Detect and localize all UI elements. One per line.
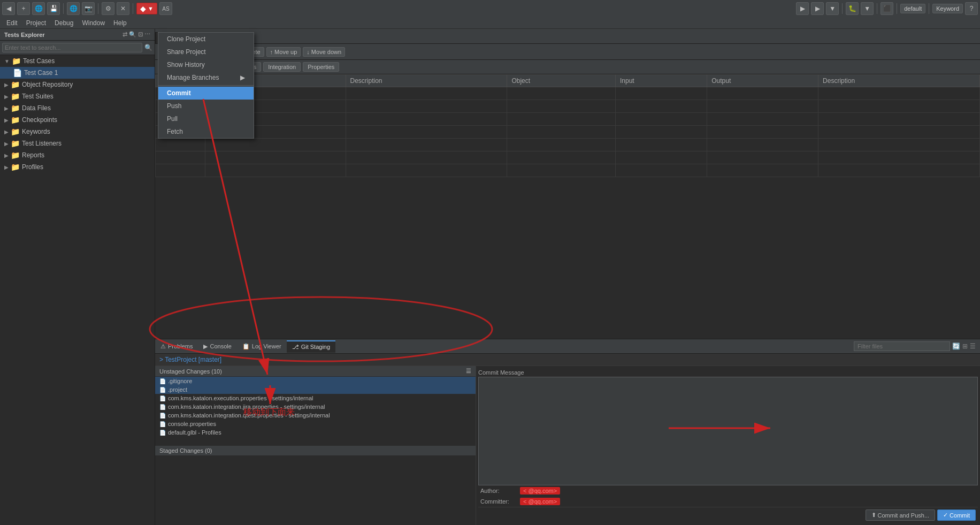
search-icon[interactable]: 🔍 (144, 44, 152, 51)
sidebar-more-icon[interactable]: ⋯ (144, 31, 150, 38)
menu-item-commit[interactable]: Commit (158, 87, 254, 100)
menu-edit[interactable]: Edit (2, 18, 22, 28)
filter-view-icon[interactable]: ☰ (970, 343, 976, 350)
menu-item-history[interactable]: Show History (158, 58, 254, 71)
git-file-console[interactable]: 📄 console.properties (155, 420, 476, 428)
sidebar-item-test-case-1[interactable]: 📄 Test Case 1 (0, 67, 155, 79)
toolbar-sep-6 (897, 3, 897, 14)
staged-label: Staged Changes (0) (159, 447, 212, 454)
menu-item-push[interactable]: Push (158, 100, 254, 112)
menu-item-branches[interactable]: Manage Branches ▶ (158, 71, 254, 84)
menu-item-share[interactable]: Share Project (158, 45, 254, 58)
toolbar-sep-2 (98, 3, 98, 14)
toolbar-config-btn[interactable]: ⚙ (102, 2, 114, 15)
sidebar-item-label: Reports (22, 151, 44, 159)
sidebar-sync-icon[interactable]: ⇄ (122, 31, 127, 38)
toolbar-stop-btn[interactable]: ⬛ (881, 2, 893, 15)
toolbar-new-btn[interactable]: + (17, 2, 30, 15)
toolbar-sep-5 (877, 3, 877, 14)
commit-and-push-btn[interactable]: ⬆ Commit and Push... (866, 509, 936, 521)
menu-debug[interactable]: Debug (50, 18, 78, 28)
toolbar-sep-4 (842, 3, 843, 14)
default-dropdown[interactable]: default (900, 4, 925, 13)
git-file-gitignore[interactable]: 📄 .gitignore (155, 377, 476, 385)
committer-value: < @qq.com> (520, 498, 560, 505)
commit-btn[interactable]: ✓ Commit (937, 509, 976, 521)
sidebar-item-test-listeners[interactable]: ▶ 📁 Test Listeners (0, 138, 155, 149)
top-toolbar: ◀ + 🌐 💾 🌐 📷 ⚙ ✕ ◆ ▼ AS ▶ ▶ ▼ 🐛 ▼ ⬛ defau… (0, 0, 980, 17)
toolbar-back-btn[interactable]: ◀ (2, 2, 15, 15)
toolbar-record-btn[interactable]: 🌐 (67, 2, 80, 15)
toolbar-run-arrow-btn[interactable]: ▼ (826, 2, 839, 15)
filter-refresh-icon[interactable]: 🔄 (952, 343, 960, 350)
sidebar-item-label: Test Case 1 (24, 69, 58, 77)
sidebar-item-test-cases[interactable]: ▼ 📁 Test Cases (0, 55, 155, 67)
main-layout: Tests Explorer ⇄ 🔍 ⊡ ⋯ 🔍 ▼ 📁 Test Cases … (0, 29, 980, 525)
tab-problems[interactable]: ⚠ Problems (155, 341, 198, 352)
sidebar-collapse-icon[interactable]: ⊡ (138, 31, 143, 38)
git-file-project[interactable]: 📄 .project (155, 385, 476, 394)
col-object: Object (507, 75, 616, 87)
view-tabs: Manual </> Script Variables Integration … (155, 60, 980, 74)
sidebar-item-data-files[interactable]: ▶ 📁 Data Files (0, 102, 155, 114)
toolbar-help-btn[interactable]: ? (965, 2, 978, 15)
push-icon: ⬆ (871, 512, 876, 519)
commit-icon: ✓ (943, 512, 948, 519)
git-file-qtest[interactable]: 📄 com.kms.katalon.integration.qtest.prop… (155, 411, 476, 420)
menu-item-clone[interactable]: Clone Project (158, 33, 254, 45)
move-down-btn[interactable]: ↓ Move down (303, 47, 345, 57)
log-icon: 📋 (242, 343, 250, 350)
git-file-default[interactable]: 📄 default.glbl - Profiles (155, 428, 476, 437)
toolbar-save-btn[interactable]: 💾 (47, 2, 60, 15)
sidebar-item-checkpoints[interactable]: ▶ 📁 Checkpoints (0, 114, 155, 126)
filter-stage-icon[interactable]: ⊞ (962, 343, 968, 350)
toolbar-spy-btn[interactable]: 📷 (82, 2, 95, 15)
tab-integration[interactable]: Integration (263, 62, 301, 72)
toolbar-debug-btn[interactable]: 🐛 (846, 2, 859, 15)
git-file-jira[interactable]: 📄 com.kms.katalon.integration.jira.prope… (155, 402, 476, 411)
git-dropdown-btn[interactable]: ◆ ▼ (136, 3, 157, 14)
table-row[interactable] (156, 164, 980, 177)
menu-item-pull[interactable]: Pull (158, 112, 254, 125)
move-up-btn[interactable]: ↑ Move up (266, 47, 301, 57)
tab-git-staging[interactable]: ⎇ Git Staging (287, 340, 335, 353)
toolbar-debug-arrow-btn[interactable]: ▼ (861, 2, 874, 15)
editor-toolbar: + Add Keywords ▼ 🗑 Delete ↑ Move up ↓ Mo… (155, 44, 980, 60)
git-file-execution[interactable]: 📄 com.kms.katalon.execution.properties -… (155, 394, 476, 402)
tab-console[interactable]: ▶ Console (198, 341, 236, 352)
tab-properties[interactable]: Properties (303, 62, 339, 72)
commit-actions: ⬆ Commit and Push... ✓ Commit (478, 507, 978, 523)
menu-item-fetch[interactable]: Fetch (158, 125, 254, 138)
keyword-btn[interactable]: Keyword (932, 4, 963, 13)
tab-log-viewer[interactable]: 📋 Log Viewer (237, 341, 287, 352)
toolbar-terminal-btn[interactable]: ▶ (796, 2, 809, 15)
sidebar-item-test-suites[interactable]: ▶ 📁 Test Suites (0, 90, 155, 102)
table-row[interactable] (156, 139, 980, 151)
expand-icon: ▶ (4, 105, 9, 111)
folder-icon: 📁 (11, 163, 20, 171)
toolbar-open-btn[interactable]: 🌐 (32, 2, 45, 15)
menu-window[interactable]: Window (78, 18, 109, 28)
sidebar-item-profiles[interactable]: ▶ 📁 Profiles (0, 161, 155, 173)
menu-help[interactable]: Help (109, 18, 131, 28)
table-row[interactable] (156, 100, 980, 113)
toolbar-settings-btn[interactable]: ✕ (117, 2, 129, 15)
sidebar-item-object-repository[interactable]: ▶ 📁 Object Repository (0, 79, 155, 90)
sidebar-item-reports[interactable]: ▶ 📁 Reports (0, 149, 155, 161)
sidebar-title: Tests Explorer (4, 32, 45, 38)
table-row[interactable] (156, 87, 980, 100)
sidebar-item-keywords[interactable]: ▶ 📁 Keywords (0, 126, 155, 138)
col-output: Output (707, 75, 818, 87)
search-input[interactable] (2, 43, 142, 52)
commit-message-input[interactable] (478, 377, 978, 485)
toolbar-addon-btn[interactable]: AS (159, 2, 172, 15)
toolbar-run-btn[interactable]: ▶ (811, 2, 824, 15)
filter-input[interactable] (854, 341, 950, 351)
table-row[interactable] (156, 126, 980, 139)
unstaged-menu-icon[interactable]: ☰ (466, 368, 471, 375)
sidebar-search-icon[interactable]: 🔍 (129, 31, 136, 38)
expand-icon: ▶ (4, 129, 9, 135)
table-row[interactable] (156, 151, 980, 164)
menu-project[interactable]: Project (22, 18, 50, 28)
table-row[interactable] (156, 113, 980, 126)
